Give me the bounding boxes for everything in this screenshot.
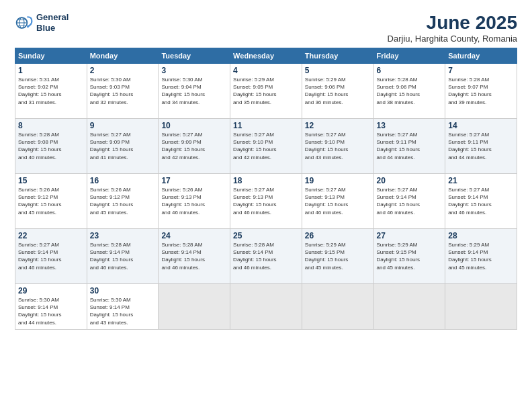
table-row: 5Sunrise: 5:29 AM Sunset: 9:06 PM Daylig… — [302, 64, 373, 119]
table-row: 13Sunrise: 5:27 AM Sunset: 9:11 PM Dayli… — [373, 119, 445, 174]
table-row: 11Sunrise: 5:27 AM Sunset: 9:10 PM Dayli… — [230, 119, 302, 174]
table-row: 27Sunrise: 5:29 AM Sunset: 9:15 PM Dayli… — [373, 229, 445, 284]
table-row — [302, 284, 373, 330]
table-row: 1Sunrise: 5:31 AM Sunset: 9:02 PM Daylig… — [15, 64, 87, 119]
table-row: 8Sunrise: 5:28 AM Sunset: 9:08 PM Daylig… — [15, 119, 87, 174]
main-title: June 2025 — [388, 12, 517, 34]
table-row: 21Sunrise: 5:27 AM Sunset: 9:14 PM Dayli… — [445, 174, 517, 229]
col-thursday: Thursday — [302, 48, 373, 64]
logo-text-line2: Blue — [36, 23, 69, 34]
calendar-header: Sunday Monday Tuesday Wednesday Thursday… — [15, 48, 517, 64]
table-row: 28Sunrise: 5:29 AM Sunset: 9:14 PM Dayli… — [445, 229, 517, 284]
table-row — [373, 284, 445, 330]
subtitle: Darjiu, Harghita County, Romania — [388, 34, 517, 44]
table-row: 25Sunrise: 5:28 AM Sunset: 9:14 PM Dayli… — [230, 229, 302, 284]
col-friday: Friday — [373, 48, 445, 64]
calendar-body: 1Sunrise: 5:31 AM Sunset: 9:02 PM Daylig… — [15, 64, 517, 330]
table-row: 6Sunrise: 5:28 AM Sunset: 9:06 PM Daylig… — [373, 64, 445, 119]
table-row — [159, 284, 230, 330]
table-row: 16Sunrise: 5:26 AM Sunset: 9:12 PM Dayli… — [87, 174, 159, 229]
table-row: 29Sunrise: 5:30 AM Sunset: 9:14 PM Dayli… — [15, 284, 87, 330]
table-row: 20Sunrise: 5:27 AM Sunset: 9:14 PM Dayli… — [373, 174, 445, 229]
col-sunday: Sunday — [15, 48, 87, 64]
logo-icon — [15, 13, 34, 32]
table-row: 15Sunrise: 5:26 AM Sunset: 9:12 PM Dayli… — [15, 174, 87, 229]
table-row: 30Sunrise: 5:30 AM Sunset: 9:14 PM Dayli… — [87, 284, 159, 330]
logo: General Blue — [15, 12, 69, 33]
table-row: 26Sunrise: 5:29 AM Sunset: 9:15 PM Dayli… — [302, 229, 373, 284]
table-row: 22Sunrise: 5:27 AM Sunset: 9:14 PM Dayli… — [15, 229, 87, 284]
header: General Blue June 2025 Darjiu, Harghita … — [15, 12, 517, 44]
table-row: 3Sunrise: 5:30 AM Sunset: 9:04 PM Daylig… — [159, 64, 230, 119]
title-area: June 2025 Darjiu, Harghita County, Roman… — [388, 12, 517, 44]
table-row: 14Sunrise: 5:27 AM Sunset: 9:11 PM Dayli… — [445, 119, 517, 174]
col-tuesday: Tuesday — [159, 48, 230, 64]
logo-text-line1: General — [36, 12, 69, 23]
table-row: 17Sunrise: 5:26 AM Sunset: 9:13 PM Dayli… — [159, 174, 230, 229]
col-saturday: Saturday — [445, 48, 517, 64]
table-row: 9Sunrise: 5:27 AM Sunset: 9:09 PM Daylig… — [87, 119, 159, 174]
table-row: 23Sunrise: 5:28 AM Sunset: 9:14 PM Dayli… — [87, 229, 159, 284]
table-row: 2Sunrise: 5:30 AM Sunset: 9:03 PM Daylig… — [87, 64, 159, 119]
col-monday: Monday — [87, 48, 159, 64]
table-row: 4Sunrise: 5:29 AM Sunset: 9:05 PM Daylig… — [230, 64, 302, 119]
table-row — [445, 284, 517, 330]
table-row: 24Sunrise: 5:28 AM Sunset: 9:14 PM Dayli… — [159, 229, 230, 284]
calendar-table: Sunday Monday Tuesday Wednesday Thursday… — [15, 48, 517, 330]
table-row — [230, 284, 302, 330]
table-row: 10Sunrise: 5:27 AM Sunset: 9:09 PM Dayli… — [159, 119, 230, 174]
table-row: 12Sunrise: 5:27 AM Sunset: 9:10 PM Dayli… — [302, 119, 373, 174]
col-wednesday: Wednesday — [230, 48, 302, 64]
table-row: 18Sunrise: 5:27 AM Sunset: 9:13 PM Dayli… — [230, 174, 302, 229]
table-row: 19Sunrise: 5:27 AM Sunset: 9:13 PM Dayli… — [302, 174, 373, 229]
table-row: 7Sunrise: 5:28 AM Sunset: 9:07 PM Daylig… — [445, 64, 517, 119]
